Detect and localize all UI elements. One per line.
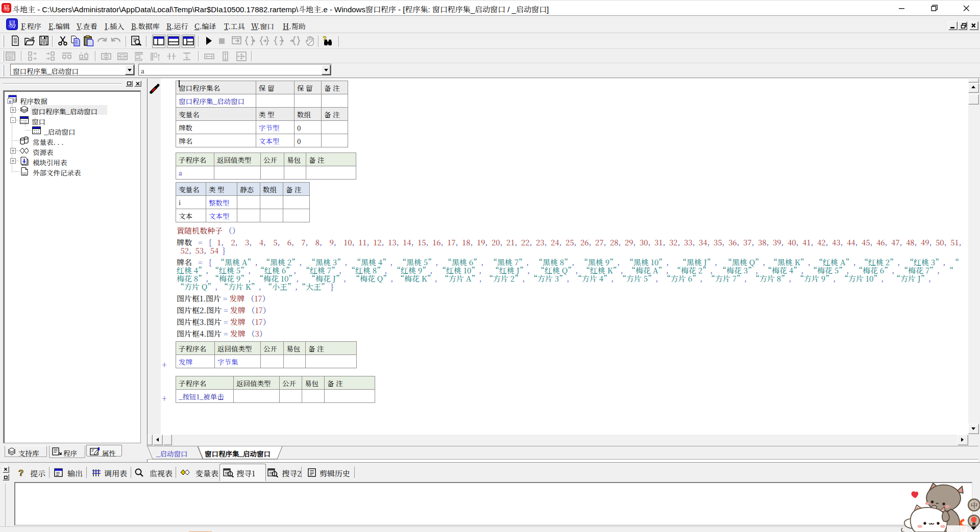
svg-text:易: 易 <box>3 3 10 13</box>
svg-text:e: e <box>9 99 11 104</box>
svg-text:中: 中 <box>971 500 978 510</box>
svg-text:?: ? <box>18 468 23 478</box>
svg-text:易: 易 <box>8 18 16 30</box>
